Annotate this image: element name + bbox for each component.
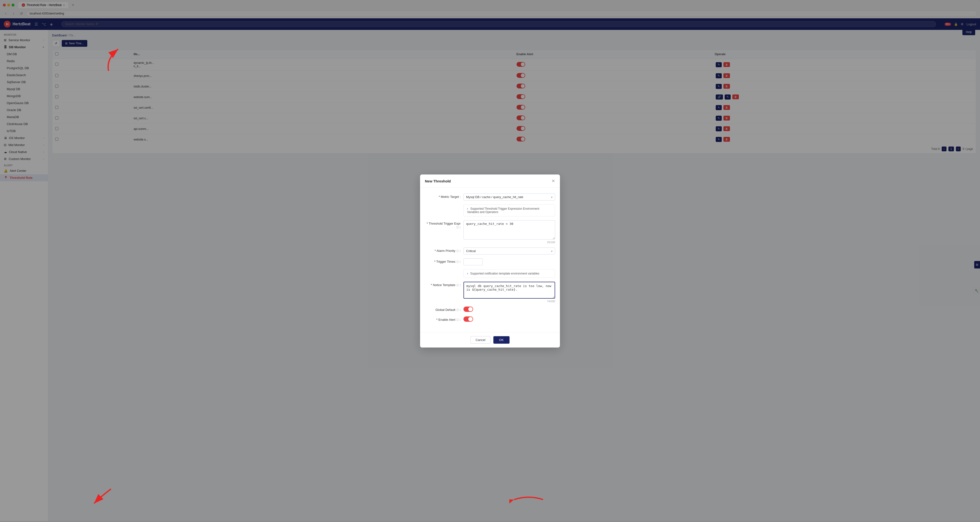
notice-template-count: 74/200 xyxy=(463,300,555,303)
threshold-expr-info-icon: ⓘ xyxy=(456,226,459,229)
notice-template-textarea[interactable]: mysql db query_cache_hit_rate is too low… xyxy=(463,282,555,298)
alarm-priority-label: * Alarm Priority ⓘ : xyxy=(425,248,463,253)
trigger-times-row: * Trigger Times ⓘ : 3 xyxy=(425,259,555,265)
global-default-info-icon: ⓘ xyxy=(456,308,459,311)
metric-target-select[interactable]: Mysql DB / cache / query_cache_hit_rate xyxy=(463,194,555,200)
notice-template-label: * Notice Template ⓘ : xyxy=(425,282,463,287)
threshold-expr-label: * Threshold Trigger Expr ⓘ : xyxy=(425,220,463,229)
enable-alert-toggle[interactable] xyxy=(463,316,473,322)
global-default-control xyxy=(463,306,555,313)
enable-alert-label: * Enable Alert ⓘ : xyxy=(425,316,463,322)
threshold-expr-textarea[interactable]: query_cache_hit_rate < 30 xyxy=(463,220,555,240)
collapsible-label: Supported Threshold Trigger Expression E… xyxy=(467,207,539,214)
threshold-expr-count: 25/100 xyxy=(463,241,555,244)
modal-header: New Threshold ✕ xyxy=(420,175,560,188)
global-default-toggle[interactable] xyxy=(463,306,473,312)
notice-collapsible-control: › Supported notification template enviro… xyxy=(463,269,555,278)
threshold-collapsible-spacer xyxy=(425,205,463,206)
threshold-collapsible-box[interactable]: › Supported Threshold Trigger Expression… xyxy=(463,205,555,216)
global-default-label-text: Global Default xyxy=(436,308,455,312)
enable-alert-control xyxy=(463,316,555,322)
alarm-priority-select-wrapper: Critical xyxy=(463,248,555,254)
modal-title: New Threshold xyxy=(425,179,451,183)
enable-alert-label-text: * Enable Alert xyxy=(436,318,455,322)
trigger-times-input[interactable]: 3 xyxy=(463,259,483,265)
new-threshold-modal: New Threshold ✕ * Metric Target : Mysql … xyxy=(420,175,560,347)
notice-collapsible-row: › Supported notification template enviro… xyxy=(425,269,555,278)
metric-target-row: * Metric Target : Mysql DB / cache / que… xyxy=(425,194,555,200)
alarm-priority-select[interactable]: Critical xyxy=(463,248,555,254)
notice-template-row: * Notice Template ⓘ : mysql db query_cac… xyxy=(425,282,555,303)
threshold-expr-label-text: * Threshold Trigger Expr xyxy=(426,222,461,225)
threshold-collapsible-row: › Supported Threshold Trigger Expression… xyxy=(425,205,555,216)
notice-collapsible-spacer xyxy=(425,269,463,271)
modal-footer: Cancel OK xyxy=(420,332,560,347)
enable-alert-row: * Enable Alert ⓘ : xyxy=(425,316,555,322)
alarm-priority-info-icon: ⓘ xyxy=(456,249,459,252)
threshold-expr-control: query_cache_hit_rate < 30 25/100 xyxy=(463,220,555,244)
notice-template-label-text: * Notice Template xyxy=(431,283,455,287)
modal-close-button[interactable]: ✕ xyxy=(552,178,555,184)
alarm-priority-label-text: * Alarm Priority xyxy=(434,249,455,252)
threshold-expr-row: * Threshold Trigger Expr ⓘ : query_cache… xyxy=(425,220,555,244)
metric-target-select-wrapper: Mysql DB / cache / query_cache_hit_rate xyxy=(463,194,555,200)
notice-collapsible-label: Supported notification template environm… xyxy=(470,272,539,275)
trigger-times-control: 3 xyxy=(463,259,555,265)
trigger-times-label-text: * Trigger Times xyxy=(434,260,455,263)
trigger-times-label: * Trigger Times ⓘ : xyxy=(425,259,463,263)
global-default-row: Global Default ⓘ : xyxy=(425,306,555,313)
threshold-collapsible-control: › Supported Threshold Trigger Expression… xyxy=(463,205,555,216)
ok-button[interactable]: OK xyxy=(493,336,509,344)
metric-target-control: Mysql DB / cache / query_cache_hit_rate xyxy=(463,194,555,200)
global-default-label: Global Default ⓘ : xyxy=(425,306,463,312)
notice-template-info-icon: ⓘ xyxy=(456,284,459,287)
collapsible-arrow-icon: › xyxy=(467,207,468,210)
alarm-priority-control: Critical xyxy=(463,248,555,254)
trigger-times-info-icon: ⓘ xyxy=(456,260,459,263)
enable-alert-info-icon: ⓘ xyxy=(456,318,459,321)
metric-target-label: * Metric Target : xyxy=(425,194,463,198)
cancel-button[interactable]: Cancel xyxy=(471,336,490,344)
modal-overlay: New Threshold ✕ * Metric Target : Mysql … xyxy=(0,0,980,521)
notice-collapsible-arrow-icon: › xyxy=(467,272,468,275)
modal-body: * Metric Target : Mysql DB / cache / que… xyxy=(420,188,560,332)
alarm-priority-row: * Alarm Priority ⓘ : Critical xyxy=(425,248,555,254)
notice-collapsible-box[interactable]: › Supported notification template enviro… xyxy=(463,269,555,278)
notice-template-control: mysql db query_cache_hit_rate is too low… xyxy=(463,282,555,303)
